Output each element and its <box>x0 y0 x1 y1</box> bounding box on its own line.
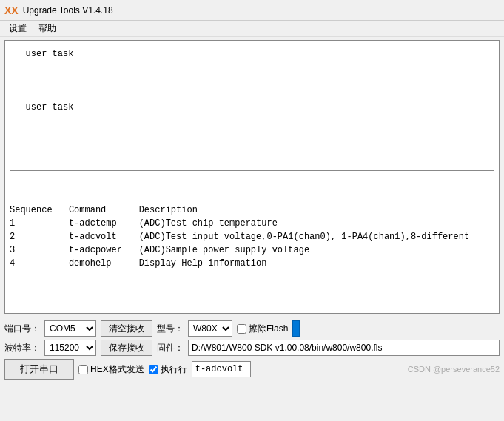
app-logo: XX <box>4 4 19 16</box>
col-header-sequence: Sequence <box>10 203 69 217</box>
hex-send-checkbox-label[interactable]: HEX格式发送 <box>78 363 144 376</box>
col-header-description: Description <box>139 203 494 217</box>
port-label: 端口号： <box>4 323 40 335</box>
execute-label: 执行行 <box>161 363 187 376</box>
command-table: Sequence Command Description 1 t-adctemp… <box>10 203 494 270</box>
col-header-command: Command <box>69 203 139 217</box>
row1-cmd: t-adctemp <box>69 217 139 230</box>
terminal-output[interactable]: Waiting for receive CCC ... Waiting for … <box>4 40 500 314</box>
bottom-panel: 端口号： COM1COM2COM3COM4COM5 清空接收 型号： W800W… <box>0 317 504 385</box>
row1-desc: (ADC)Test chip temperature <box>139 217 494 230</box>
watermark-text: CSDN @perseverance52 <box>408 365 500 374</box>
control-row-1: 端口号： COM1COM2COM3COM4COM5 清空接收 型号： W800W… <box>4 320 500 337</box>
table-row: 1 t-adctemp (ADC)Test chip temperature <box>10 217 494 230</box>
row3-cmd: t-adcpower <box>69 243 139 257</box>
menu-help[interactable]: 帮助 <box>33 21 62 36</box>
baud-select[interactable]: 9600192003840057600115200 <box>44 340 96 356</box>
clear-receive-button[interactable]: 清空接收 <box>101 320 152 337</box>
row1-seq: 1 <box>10 217 69 230</box>
menu-bar: 设置 帮助 <box>0 21 504 37</box>
row3-seq: 3 <box>10 243 69 257</box>
title-bar: XX Upgrade Tools V1.4.18 <box>0 0 504 21</box>
firmware-label: 固件： <box>157 342 184 354</box>
table-row: 3 t-adcpower (ADC)Sample power supply vo… <box>10 243 494 257</box>
row2-seq: 2 <box>10 230 69 243</box>
save-receive-button[interactable]: 保存接收 <box>101 340 152 356</box>
hex-send-label: HEX格式发送 <box>90 363 144 376</box>
row4-desc: Display Help information <box>139 257 494 270</box>
hex-send-checkbox[interactable] <box>78 365 88 374</box>
terminal-text-user1: user task <box>20 49 73 59</box>
table-row: 2 t-adcvolt (ADC)Test input voltage,0-PA… <box>10 230 494 243</box>
execute-checkbox-label[interactable]: 执行行 <box>149 363 187 376</box>
baud-label: 波特率： <box>4 342 40 354</box>
status-indicator <box>292 320 300 337</box>
row2-cmd: t-adcvolt <box>69 230 139 243</box>
command-input[interactable] <box>192 361 251 377</box>
execute-checkbox[interactable] <box>149 365 158 374</box>
erase-flash-label: 擦除Flash <box>249 323 288 335</box>
row4-cmd: demohelp <box>69 257 139 270</box>
type-label: 型号： <box>157 323 184 335</box>
table-row: 4 demohelp Display Help information <box>10 257 494 270</box>
window-title: Upgrade Tools V1.4.18 <box>23 5 113 16</box>
control-row-3: 打开串口 HEX格式发送 执行行 CSDN @perseverance52 <box>4 359 500 380</box>
erase-flash-checkbox[interactable] <box>237 324 246 334</box>
open-port-button[interactable]: 打开串口 <box>4 359 74 380</box>
row4-seq: 4 <box>10 257 69 270</box>
menu-settings[interactable]: 设置 <box>3 21 33 36</box>
row3-desc: (ADC)Sample power supply voltage <box>139 243 494 257</box>
control-row-2: 波特率： 9600192003840057600115200 保存接收 固件： <box>4 340 500 356</box>
type-select[interactable]: W800W801W80X <box>188 320 232 337</box>
terminal-text-user2: user task <box>20 102 73 112</box>
port-select[interactable]: COM1COM2COM3COM4COM5 <box>44 320 96 337</box>
firmware-path-input[interactable] <box>188 340 500 356</box>
erase-flash-checkbox-label[interactable]: 擦除Flash <box>237 323 288 335</box>
row2-desc: (ADC)Test input voltage,0-PA1(chan0), 1-… <box>139 230 494 243</box>
